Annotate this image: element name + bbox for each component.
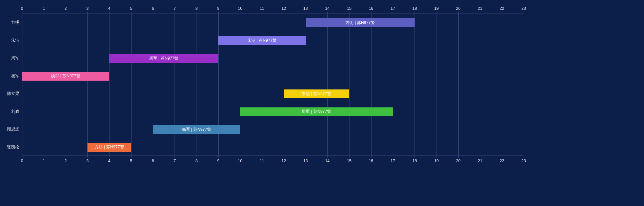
- tick-mark: [284, 156, 284, 158]
- x-tick-label: 10: [238, 159, 242, 163]
- grid-line: [306, 14, 306, 156]
- tick-mark: [87, 12, 88, 14]
- x-tick-label: 22: [500, 159, 504, 163]
- x-tick-label: 11: [260, 6, 264, 11]
- tick-mark: [218, 156, 219, 158]
- x-tick-label: 18: [412, 6, 417, 11]
- grid-line: [153, 14, 153, 156]
- x-tick-label: 20: [456, 159, 460, 163]
- x-tick-label: 6: [152, 6, 154, 11]
- tick-mark: [502, 156, 502, 158]
- x-tick-label: 3: [86, 159, 89, 163]
- tick-mark: [327, 156, 328, 158]
- gantt-bar[interactable]: 朱洁 | 苏N977警: [218, 36, 305, 45]
- grid-line: [44, 14, 44, 156]
- tick-mark: [306, 12, 306, 14]
- x-tick-label: 19: [434, 6, 439, 11]
- tick-mark: [306, 156, 306, 158]
- tick-mark: [218, 12, 219, 14]
- tick-mark: [262, 156, 262, 158]
- tick-mark: [109, 156, 109, 158]
- grid-line: [480, 14, 480, 156]
- grid-line: [87, 14, 88, 156]
- x-tick-label: 5: [130, 159, 132, 163]
- x-tick-label: 6: [152, 159, 154, 163]
- grid-line: [66, 14, 66, 156]
- grid-line: [218, 14, 219, 156]
- gantt-bar[interactable]: 杨军 | 苏N977警: [153, 125, 240, 134]
- gantt-chart: 01234567891011121314151617181920212223 方…: [0, 0, 644, 206]
- gantt-bar[interactable]: 方明 | 苏N977警: [87, 143, 131, 152]
- x-tick-label: 16: [369, 6, 373, 11]
- gantt-bar[interactable]: 朱洁 | 苏N977警: [284, 89, 349, 98]
- y-axis: 方明朱洁周军杨军陈立梁刘政顾思远张凯松: [0, 0, 22, 206]
- tick-mark: [437, 12, 437, 14]
- x-tick-label: 17: [390, 159, 395, 163]
- x-axis-top: 01234567891011121314151617181920212223: [22, 6, 524, 13]
- tick-mark: [131, 156, 132, 158]
- tick-mark: [415, 12, 415, 14]
- x-tick-label: 22: [500, 6, 504, 11]
- tick-mark: [480, 156, 480, 158]
- tick-mark: [502, 12, 502, 14]
- tick-mark: [371, 12, 371, 14]
- x-tick-label: 2: [64, 6, 67, 11]
- x-tick-label: 4: [108, 159, 110, 163]
- x-tick-label: 23: [521, 6, 526, 11]
- x-tick-label: 7: [174, 159, 176, 163]
- y-tick-label: 朱洁: [11, 37, 19, 43]
- x-tick-label: 19: [434, 159, 439, 163]
- x-tick-label: 16: [369, 159, 373, 163]
- gantt-bar[interactable]: 周军 | 苏N977警: [109, 54, 218, 63]
- x-tick-label: 11: [260, 159, 264, 163]
- tick-mark: [262, 12, 262, 14]
- tick-mark: [44, 12, 44, 14]
- x-tick-label: 2: [64, 159, 67, 163]
- tick-mark: [66, 12, 66, 14]
- x-tick-label: 0: [21, 159, 23, 163]
- tick-mark: [349, 12, 349, 14]
- x-axis-bottom: 01234567891011121314151617181920212223: [22, 159, 524, 165]
- grid-line: [458, 14, 459, 156]
- gantt-bar[interactable]: 周军 | 苏N977警: [240, 107, 393, 116]
- tick-mark: [284, 12, 284, 14]
- tick-mark: [240, 12, 240, 14]
- grid-line: [371, 14, 371, 156]
- x-tick-label: 13: [303, 6, 308, 11]
- grid-line: [262, 14, 262, 156]
- tick-mark: [175, 12, 175, 14]
- x-tick-label: 20: [456, 6, 460, 11]
- gantt-bar[interactable]: 方明 | 苏N977警: [306, 18, 415, 27]
- tick-mark: [458, 12, 459, 14]
- y-tick-label: 周军: [11, 55, 19, 61]
- tick-mark: [437, 156, 437, 158]
- x-tick-label: 1: [43, 159, 45, 163]
- x-tick-label: 14: [325, 6, 329, 11]
- grid-line: [502, 14, 502, 156]
- grid-line: [327, 14, 328, 156]
- tick-mark: [415, 156, 415, 158]
- grid-line: [109, 14, 109, 156]
- x-tick-label: 17: [390, 6, 395, 11]
- x-tick-label: 23: [521, 159, 526, 163]
- grid-line: [175, 14, 175, 156]
- x-tick-label: 5: [130, 6, 132, 11]
- tick-mark: [524, 156, 524, 158]
- x-tick-label: 9: [217, 159, 220, 163]
- y-tick-label: 方明: [11, 20, 19, 25]
- x-tick-label: 12: [281, 6, 286, 11]
- tick-mark: [22, 156, 22, 158]
- grid-line: [131, 14, 132, 156]
- x-tick-label: 8: [195, 6, 198, 11]
- grid-line: [197, 14, 197, 156]
- x-tick-label: 13: [303, 159, 308, 163]
- gantt-bar[interactable]: 杨军 | 苏N977警: [22, 72, 109, 81]
- x-tick-label: 4: [108, 6, 110, 11]
- x-tick-label: 3: [86, 6, 89, 11]
- grid-line: [240, 14, 240, 156]
- tick-mark: [524, 12, 524, 14]
- tick-mark: [349, 156, 349, 158]
- tick-mark: [131, 12, 132, 14]
- tick-mark: [44, 156, 44, 158]
- tick-mark: [327, 12, 328, 14]
